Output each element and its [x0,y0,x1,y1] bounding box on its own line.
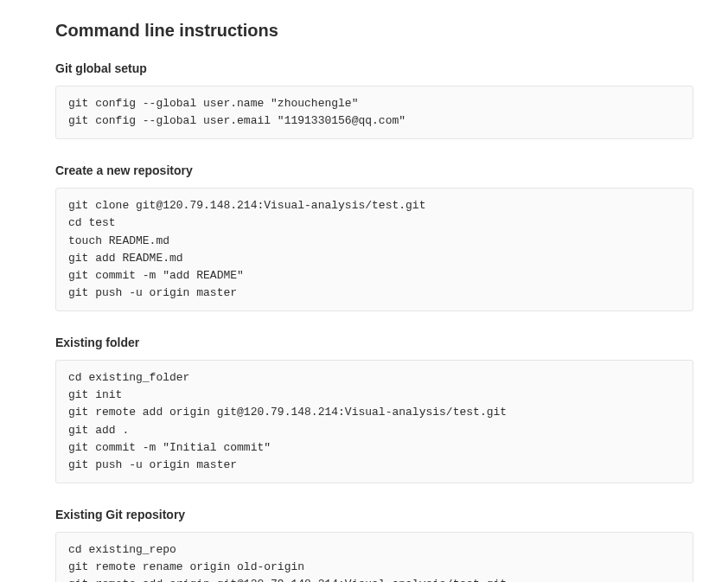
code-block[interactable]: git config --global user.name "zhoucheng… [55,86,693,139]
code-block[interactable]: cd existing_folder git init git remote a… [55,360,693,483]
page-title: Command line instructions [55,21,693,41]
code-block[interactable]: git clone git@120.79.148.214:Visual-anal… [55,188,693,311]
section-existing-git-repository: Existing Git repository cd existing_repo… [55,508,693,582]
section-heading: Existing folder [55,336,693,349]
instructions-container: Command line instructions Git global set… [55,21,693,582]
section-heading: Git global setup [55,61,693,75]
code-block[interactable]: cd existing_repo git remote rename origi… [55,532,693,582]
section-heading: Create a new repository [55,163,693,177]
section-create-repository: Create a new repository git clone git@12… [55,163,693,311]
section-heading: Existing Git repository [55,508,693,521]
section-existing-folder: Existing folder cd existing_folder git i… [55,336,693,483]
section-git-global-setup: Git global setup git config --global use… [55,61,693,139]
